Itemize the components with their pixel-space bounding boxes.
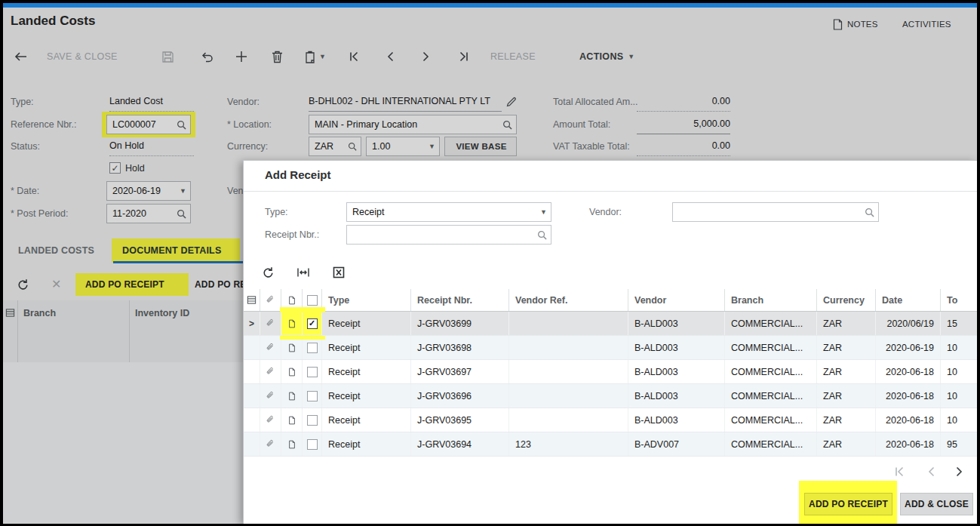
receipt-row[interactable]: ReceiptJ-GRV03696B-ALD003COMMERCIAL...ZA… <box>244 384 977 408</box>
cell-receipt-nbr: J-GRV03695 <box>411 408 509 432</box>
cell-currency: ZAR <box>817 336 876 359</box>
highlight-row-checkbox <box>280 307 325 312</box>
cell-vendor: B-ALD003 <box>628 408 725 432</box>
grid-settings-icon <box>247 295 257 305</box>
document-icon <box>287 295 296 306</box>
note-cell[interactable] <box>281 432 303 456</box>
receipt-nbr-input[interactable] <box>346 225 551 245</box>
grid-settings-cell[interactable] <box>244 289 260 311</box>
fit-width-icon <box>296 266 310 278</box>
receipt-row[interactable]: ReceiptJ-GRV03697B-ALD003COMMERCIAL...ZA… <box>244 360 977 384</box>
attach-cell[interactable] <box>260 312 281 335</box>
cell-branch: COMMERCIAL... <box>725 360 817 383</box>
cell-vendor: B-ALD003 <box>628 312 725 335</box>
receipt-row[interactable]: ReceiptJ-GRV03695B-ALD003COMMERCIAL...ZA… <box>244 408 977 432</box>
document-icon <box>287 343 296 353</box>
cell-vendor: B-ALD003 <box>628 360 725 383</box>
cell-total: 15 <box>941 312 977 335</box>
caret-down-icon: ▼ <box>540 209 547 216</box>
row-expander <box>244 360 260 383</box>
column-header-date[interactable]: Date <box>876 289 941 311</box>
paperclip-icon <box>266 415 275 426</box>
cell-branch: COMMERCIAL... <box>725 336 817 359</box>
grid-first-page-button[interactable] <box>894 464 905 479</box>
grid-prev-page-button[interactable] <box>927 464 935 479</box>
dialog-title: Add Receipt <box>265 168 331 181</box>
cell-total: 10 <box>941 360 977 383</box>
add-and-close-button[interactable]: ADD & CLOSE <box>900 493 973 515</box>
cell-type: Receipt <box>322 408 411 432</box>
cell-vendor-ref <box>509 336 628 359</box>
cell-date: 2020-06-18 <box>876 360 941 383</box>
cell-total: 10 <box>941 408 977 432</box>
receipts-grid: Type Receipt Nbr. Vendor Ref. Vendor Bra… <box>244 289 977 457</box>
cell-type: Receipt <box>322 336 411 359</box>
row-expander <box>244 408 260 432</box>
attach-cell[interactable] <box>260 408 281 432</box>
cell-date: 2020-06-18 <box>876 384 941 408</box>
attach-cell[interactable] <box>260 336 281 359</box>
row-checkbox[interactable] <box>303 408 322 432</box>
cell-vendor-ref <box>509 384 628 408</box>
row-checkbox[interactable] <box>303 384 322 408</box>
cell-branch: COMMERCIAL... <box>725 432 817 456</box>
add-receipt-dialog: Add Receipt Type: Receipt ▼ Vendor: Rece… <box>243 160 977 524</box>
receipt-row[interactable]: >✓ReceiptJ-GRV03699B-ALD003COMMERCIAL...… <box>244 312 977 336</box>
highlight-row-checkbox <box>280 336 325 340</box>
attach-cell[interactable] <box>260 432 281 456</box>
cell-date: 2020-06-18 <box>876 408 941 432</box>
cell-currency: ZAR <box>817 432 876 456</box>
document-icon <box>287 415 296 426</box>
grid-next-page-button[interactable] <box>956 464 963 479</box>
cell-receipt-nbr: J-GRV03698 <box>411 336 509 359</box>
cell-vendor-ref <box>509 360 628 383</box>
cell-receipt-nbr: J-GRV03694 <box>411 432 509 456</box>
app-window: Landed Costs NOTES ACTIVITIES SAVE & CLO… <box>0 0 980 526</box>
receipt-row[interactable]: ReceiptJ-GRV03694123B-ADV007COMMERCIAL..… <box>244 432 977 457</box>
refresh-icon <box>262 266 275 279</box>
row-checkbox[interactable] <box>303 360 322 383</box>
row-expander[interactable]: > <box>244 312 260 335</box>
paperclip-icon <box>266 367 275 377</box>
note-cell[interactable] <box>281 312 303 335</box>
column-header-receipt-nbr[interactable]: Receipt Nbr. <box>411 289 509 311</box>
document-icon <box>287 367 296 377</box>
chevron-left-icon <box>927 466 935 477</box>
fit-to-screen-button[interactable] <box>296 263 310 281</box>
receipt-row[interactable]: ReceiptJ-GRV03698B-ALD003COMMERCIAL...ZA… <box>244 336 977 360</box>
excel-export-icon <box>333 266 345 278</box>
type-label: Type: <box>265 202 288 222</box>
vendor-input[interactable] <box>672 202 879 222</box>
cell-branch: COMMERCIAL... <box>725 312 817 335</box>
row-checkbox[interactable] <box>303 432 322 456</box>
export-to-excel-button[interactable] <box>333 263 345 281</box>
row-expander <box>244 336 260 359</box>
cell-vendor: B-ALD003 <box>628 384 725 408</box>
type-dropdown[interactable]: Receipt ▼ <box>346 202 551 222</box>
row-checkbox[interactable]: ✓ <box>303 312 322 335</box>
cell-type: Receipt <box>322 432 411 456</box>
cell-type: Receipt <box>322 360 411 383</box>
note-cell[interactable] <box>281 384 303 408</box>
chevron-right-icon <box>956 466 963 477</box>
grid-refresh-button[interactable] <box>262 263 275 281</box>
cell-receipt-nbr: J-GRV03696 <box>411 384 509 408</box>
column-header-type[interactable]: Type <box>322 289 411 311</box>
column-header-total[interactable]: To <box>941 289 977 311</box>
column-header-branch[interactable]: Branch <box>725 289 817 311</box>
column-header-vendor[interactable]: Vendor <box>628 289 725 311</box>
row-expander <box>244 432 260 456</box>
cell-date: 2020-06-18 <box>876 432 941 456</box>
column-header-vendor-ref[interactable]: Vendor Ref. <box>509 289 628 311</box>
attach-cell[interactable] <box>260 360 281 383</box>
attach-cell[interactable] <box>260 384 281 408</box>
note-cell[interactable] <box>281 408 303 432</box>
cell-vendor: B-ADV007 <box>628 432 725 456</box>
cell-currency: ZAR <box>817 312 876 335</box>
column-header-currency[interactable]: Currency <box>817 289 876 311</box>
note-cell[interactable] <box>281 360 303 383</box>
cell-currency: ZAR <box>817 384 876 408</box>
add-po-receipt-button[interactable]: ADD PO RECEIPT <box>804 493 892 515</box>
cell-vendor-ref: 123 <box>509 432 628 456</box>
lookup-icon <box>537 230 547 240</box>
